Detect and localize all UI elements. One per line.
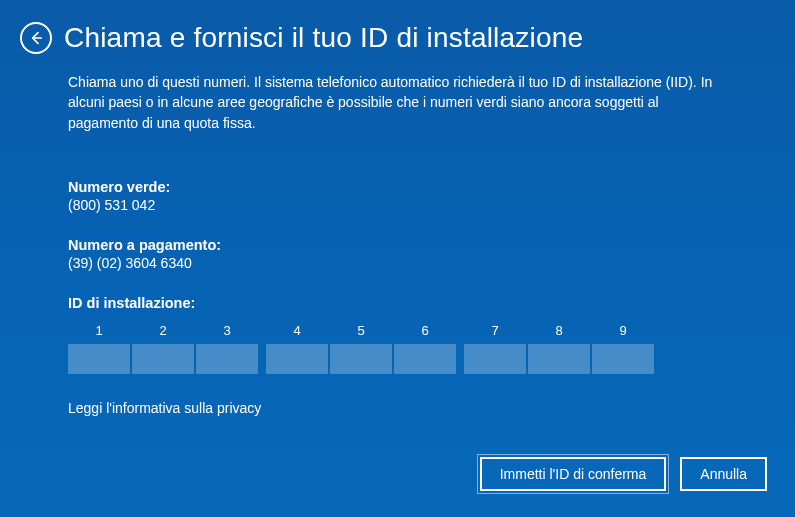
install-id-block — [528, 344, 590, 374]
install-id-block — [592, 344, 654, 374]
description-text: Chiama uno di questi numeri. Il sistema … — [68, 72, 727, 133]
install-id-block — [394, 344, 456, 374]
block-number: 9 — [619, 323, 626, 338]
tollfree-section: Numero verde: (800) 531 042 — [68, 179, 727, 213]
privacy-link[interactable]: Leggi l'informativa sulla privacy — [68, 400, 261, 416]
block-number: 2 — [159, 323, 166, 338]
install-id-label: ID di installazione: — [68, 295, 727, 311]
install-id-block — [464, 344, 526, 374]
block-number: 3 — [223, 323, 230, 338]
install-id-block — [68, 344, 130, 374]
block-number: 7 — [491, 323, 498, 338]
install-id-block — [196, 344, 258, 374]
cancel-button[interactable]: Annulla — [680, 457, 767, 491]
block-number: 8 — [555, 323, 562, 338]
tollfree-label: Numero verde: — [68, 179, 727, 195]
tollfree-number: (800) 531 042 — [68, 197, 727, 213]
install-id-block — [330, 344, 392, 374]
block-number: 4 — [293, 323, 300, 338]
install-id-block — [132, 344, 194, 374]
toll-number: (39) (02) 3604 6340 — [68, 255, 727, 271]
block-number: 6 — [421, 323, 428, 338]
install-id-block — [266, 344, 328, 374]
back-button[interactable] — [20, 22, 52, 54]
confirm-button[interactable]: Immetti l'ID di conferma — [480, 457, 667, 491]
block-number: 1 — [95, 323, 102, 338]
block-number: 5 — [357, 323, 364, 338]
page-title: Chiama e fornisci il tuo ID di installaz… — [64, 22, 583, 54]
arrow-left-icon — [28, 30, 44, 46]
install-id-blocks: 1 2 3 4 5 6 — [68, 323, 727, 374]
toll-label: Numero a pagamento: — [68, 237, 727, 253]
toll-section: Numero a pagamento: (39) (02) 3604 6340 — [68, 237, 727, 271]
